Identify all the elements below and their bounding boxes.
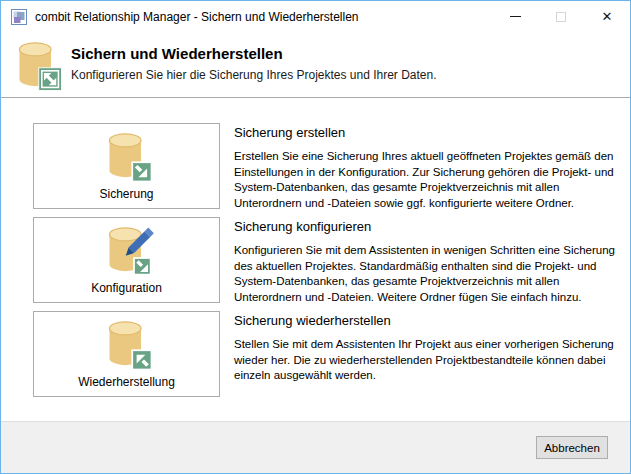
section-text: Sicherung wiederherstellen Stellen Sie m… [234,313,626,384]
section-description: Stellen Sie mit dem Assistenten Ihr Proj… [234,337,626,384]
minimize-button[interactable] [492,1,538,32]
section-row-sicherung: Sicherung Sicherung erstellen Erstellen … [33,123,614,209]
cancel-button[interactable]: Abbrechen [536,436,608,459]
page-subtitle: Konfigurieren Sie hier die Sicherung Ihr… [71,68,437,82]
page-title: Sichern und Wiederherstellen [71,45,283,62]
section-description: Konfigurieren Sie mit dem Assistenten in… [234,243,626,305]
database-backup-restore-icon [9,38,65,94]
database-backup-icon [99,129,155,185]
section-row-wiederherstellung: Wiederherstellung Sicherung wiederherste… [33,311,614,397]
minimize-icon [510,16,521,17]
close-button[interactable]: ✕ [584,1,630,32]
section-heading: Sicherung erstellen [234,125,626,140]
window-title: combit Relationship Manager - Sichern un… [35,10,359,24]
wiederherstellung-button-label: Wiederherstellung [78,375,175,389]
database-configure-icon [99,223,155,279]
sicherung-button[interactable]: Sicherung [33,123,220,209]
wiederherstellung-button[interactable]: Wiederherstellung [33,311,220,397]
section-heading: Sicherung konfigurieren [234,219,626,234]
section-heading: Sicherung wiederherstellen [234,313,626,328]
window-controls: ✕ [492,1,630,32]
sicherung-button-label: Sicherung [99,187,153,201]
section-description: Erstellen Sie eine Sicherung Ihres aktue… [234,149,626,211]
title-bar: combit Relationship Manager - Sichern un… [1,1,630,32]
maximize-icon [556,12,566,22]
dialog-header: Sichern und Wiederherstellen Konfigurier… [1,32,630,98]
close-icon: ✕ [602,10,613,23]
dialog-window: combit Relationship Manager - Sichern un… [0,0,631,474]
combit-logo-icon [11,9,27,25]
section-text: Sicherung erstellen Erstellen Sie eine S… [234,125,626,211]
dialog-content: Sicherung Sicherung erstellen Erstellen … [1,99,630,420]
section-row-konfiguration: Konfiguration Sicherung konfigurieren Ko… [33,217,614,303]
database-restore-icon [99,317,155,373]
dialog-footer: Abbrechen [1,421,630,473]
maximize-button[interactable] [538,1,584,32]
section-text: Sicherung konfigurieren Konfigurieren Si… [234,219,626,305]
konfiguration-button[interactable]: Konfiguration [33,217,220,303]
konfiguration-button-label: Konfiguration [91,281,162,295]
